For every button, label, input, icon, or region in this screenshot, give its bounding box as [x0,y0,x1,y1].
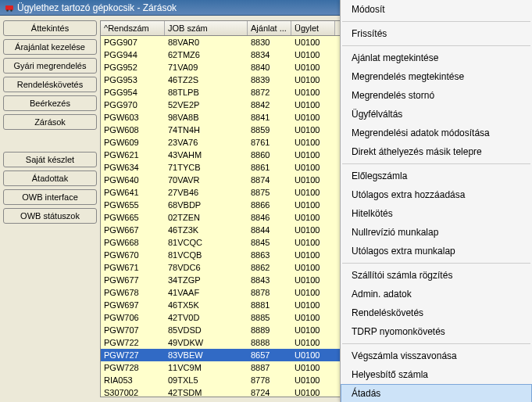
cell: U0100 [291,36,335,48]
cell: 34TZGP [165,274,248,286]
sidebar-btn-ordertrack[interactable]: Rendeléskövetés [3,77,97,92]
cell: 8866 [248,199,291,211]
cell: PGW677 [101,274,165,286]
cell: PGW655 [101,199,165,211]
cell: PGG970 [101,99,165,111]
cell: PGG952 [101,61,165,74]
menu-item[interactable]: Nullrevízió munkalap [341,223,532,242]
cell: 62TMZ6 [165,48,248,61]
menu-item[interactable]: Átadás [341,384,532,402]
cell: 8841 [248,111,291,124]
cell: PGW707 [101,324,165,336]
cell: 8862 [248,261,291,274]
cell: 8778 [248,374,291,386]
menu-item[interactable]: Előlegszámla [341,167,532,185]
sidebar-btn-closing[interactable]: Zárások [3,114,97,130]
cell: 8657 [248,349,291,361]
menu-item[interactable]: Megrendelés megtekintése [341,67,532,86]
sidebar-btn-owbif[interactable]: OWB interface [3,189,97,205]
menu-item[interactable]: Admin. adatok [341,285,532,303]
cell: 78VDC6 [165,261,248,274]
menu-separator [342,21,530,22]
cell: PGW667 [101,224,165,236]
sidebar-btn-offer[interactable]: Árajánlat kezelése [3,39,97,55]
cell: 83VBEW [165,349,248,361]
cell: PGW728 [101,361,165,374]
menu-item[interactable]: Módosít [341,0,532,19]
cell: U0100 [291,349,335,361]
cell: 02TZEN [165,211,248,224]
menu-item[interactable]: Ügyfélváltás [341,105,532,124]
col-header-2[interactable]: Ajánlat ... [248,21,291,35]
menu-item[interactable]: Szállítói számla rögzítés [341,266,532,285]
cell: U0100 [291,374,335,386]
cell: U0100 [291,124,335,136]
cell: 8842 [248,99,291,111]
cell: 8888 [248,336,291,349]
svg-rect-0 [5,5,13,10]
cell: 8844 [248,224,291,236]
cell: 8724 [248,386,291,397]
cell: U0100 [291,236,335,249]
cell: PGW671 [101,261,165,274]
sidebar-btn-handed[interactable]: Átadottak [3,170,97,186]
cell: U0100 [291,74,335,86]
sidebar-btn-stock[interactable]: Saját készlet [3,152,97,167]
cell: PGW609 [101,136,165,149]
cell: 42TSDM [165,386,248,397]
cell: 81VCQC [165,236,248,249]
cell: U0100 [291,86,335,99]
menu-item[interactable]: TDRP nyomonkövetés [341,322,532,341]
menu-item[interactable]: Megrendelés stornó [341,86,532,105]
col-header-0[interactable]: ^Rendszám [101,21,165,35]
cell: 49VDKW [165,336,248,349]
cell: PGW670 [101,249,165,261]
cell: PGG944 [101,48,165,61]
cell: PGW697 [101,299,165,311]
menu-item[interactable]: Frissítés [341,24,532,43]
col-header-1[interactable]: JOB szám [165,21,248,35]
cell: 8863 [248,249,291,261]
menu-separator [342,45,530,46]
cell: 8872 [248,86,291,99]
menu-item[interactable]: Direkt áthelyezés másik telepre [341,142,532,161]
sidebar-btn-overview[interactable]: Áttekintés [3,20,97,36]
menu-item[interactable]: Megrendelési adatok módosítása [341,124,532,142]
menu-separator [342,343,530,344]
cell: 27VB46 [165,186,248,199]
sidebar-btn-owbst[interactable]: OWB státuszok [3,208,97,224]
menu-item[interactable]: Utólagos extra munkalap [341,242,532,260]
cell: 8843 [248,274,291,286]
cell: 46TZ2S [165,74,248,86]
cell: PGW665 [101,211,165,224]
menu-item[interactable]: Ajánlat megtekintése [341,48,532,67]
cell: U0100 [291,136,335,149]
cell: 52VE2P [165,99,248,111]
cell: U0100 [291,199,335,211]
cell: RIA053 [101,374,165,386]
cell: U0100 [291,186,335,199]
cell: PGW634 [101,161,165,174]
menu-item[interactable]: Utólagos extra hozzáadása [341,185,532,204]
sidebar-btn-factory[interactable]: Gyári megrendelés [3,58,97,74]
cell: 74TN4H [165,124,248,136]
app-icon [5,3,14,13]
cell: U0100 [291,336,335,349]
menu-item[interactable]: Helyesbítő számla [341,365,532,384]
context-menu: MódosítFrissítésAjánlat megtekintéseMegr… [340,0,532,402]
cell: 8846 [248,211,291,224]
sidebar-btn-receipt[interactable]: Beérkezés [3,95,97,111]
cell: 85VDSD [165,324,248,336]
menu-item[interactable]: Hitelkötés [341,204,532,223]
cell: PGG907 [101,36,165,48]
menu-item[interactable]: Rendeléskövetés [341,303,532,322]
cell: U0100 [291,111,335,124]
cell: 46TZ3K [165,224,248,236]
cell: 88TLPB [165,86,248,99]
col-header-3[interactable]: Ügylet [291,21,335,35]
cell: 8878 [248,286,291,299]
cell: U0100 [291,249,335,261]
cell: 88VAR0 [165,36,248,48]
cell: S307002 [101,386,165,397]
menu-item[interactable]: Végszámla visszavonása [341,346,532,365]
